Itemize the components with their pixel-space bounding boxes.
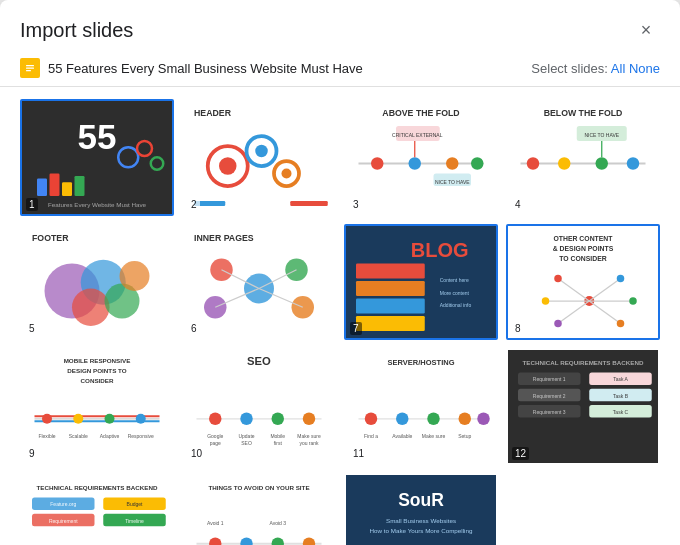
slide-item[interactable]: MOBILE RESPONSIVE DESIGN POINTS TO CONSI… <box>20 348 174 465</box>
slide-number: 3 <box>350 198 362 211</box>
svg-point-100 <box>136 414 146 424</box>
svg-text:55: 55 <box>78 117 117 156</box>
slide-thumbnail: INNER PAGES <box>184 226 334 339</box>
slide-item[interactable]: TECHNICAL REQUIREMENTS BACKEND Feature.o… <box>20 473 174 546</box>
svg-text:Avoid 1: Avoid 1 <box>207 520 224 526</box>
slide-item[interactable]: 55 Features Every Website Must Have 1 <box>20 99 174 216</box>
svg-text:Update: Update <box>238 433 254 439</box>
slide-thumbnail: THINGS TO AVOID ON YOUR SITE Avoid 1 Avo… <box>184 475 334 546</box>
slide-number: 12 <box>512 447 529 460</box>
svg-text:Make sure: Make sure <box>422 433 446 439</box>
svg-text:TECHNICAL REQUIREMENTS BACKEND: TECHNICAL REQUIREMENTS BACKEND <box>522 359 644 366</box>
svg-point-39 <box>527 157 540 170</box>
svg-text:More content: More content <box>440 289 470 295</box>
slide-thumbnail: SouR Small Business Websites How to Make… <box>346 475 496 546</box>
svg-point-87 <box>554 319 562 327</box>
select-all-link[interactable]: All <box>611 61 625 76</box>
slides-grid: 55 Features Every Website Must Have 1 <box>20 91 660 545</box>
slide-item[interactable]: TECHNICAL REQUIREMENTS BACKEND Requireme… <box>506 348 660 465</box>
svg-point-30 <box>471 157 484 170</box>
svg-text:SEO: SEO <box>241 440 252 446</box>
svg-point-110 <box>272 413 285 426</box>
slide-item[interactable]: ABOVE THE FOLD CRITICAL EXTERNAL NICE TO… <box>344 99 498 216</box>
svg-text:MOBILE RESPONSIVE: MOBILE RESPONSIVE <box>64 357 131 364</box>
slide-item[interactable]: SEO Google page Update SEO Mobile first … <box>182 348 336 465</box>
slide-item[interactable]: OTHER CONTENT & DESIGN POINTS TO CONSIDE… <box>506 224 660 341</box>
svg-point-86 <box>617 319 625 327</box>
svg-text:Requirement 2: Requirement 2 <box>533 393 566 399</box>
file-bar: 55 Features Every Small Business Website… <box>0 54 680 86</box>
svg-point-111 <box>303 413 316 426</box>
slide-item[interactable]: FOOTER 5 <box>20 224 174 341</box>
svg-point-89 <box>554 274 562 282</box>
slide-number: 1 <box>26 198 38 211</box>
svg-point-17 <box>219 157 237 175</box>
slides-grid-container[interactable]: 55 Features Every Website Must Have 1 <box>0 86 680 545</box>
svg-text:DESIGN POINTS TO: DESIGN POINTS TO <box>67 367 126 374</box>
svg-point-126 <box>459 413 472 426</box>
svg-point-85 <box>629 297 637 305</box>
file-icon <box>20 58 40 78</box>
svg-point-88 <box>542 297 550 305</box>
slide-item[interactable]: INNER PAGES 6 <box>182 224 336 341</box>
svg-rect-8 <box>62 182 72 196</box>
svg-text:& DESIGN POINTS: & DESIGN POINTS <box>553 245 614 252</box>
svg-text:THINGS TO AVOID ON YOUR SITE: THINGS TO AVOID ON YOUR SITE <box>208 484 309 491</box>
slide-number: 11 <box>350 447 367 460</box>
slide-number: 7 <box>350 322 362 335</box>
close-button[interactable]: × <box>632 16 660 44</box>
svg-rect-9 <box>75 176 85 196</box>
svg-text:Find a: Find a <box>364 433 378 439</box>
svg-point-21 <box>282 169 292 179</box>
slide-item[interactable]: BELOW THE FOLD NICE TO HAVE 4 <box>506 99 660 216</box>
import-slides-dialog: Import slides × 55 Features Every Small … <box>0 0 680 545</box>
svg-text:TO CONSIDER: TO CONSIDER <box>559 255 607 262</box>
svg-text:NICE TO HAVE: NICE TO HAVE <box>584 132 619 138</box>
slide-item[interactable]: SouR Small Business Websites How to Make… <box>344 473 498 546</box>
svg-point-123 <box>365 413 378 426</box>
svg-text:Task C: Task C <box>613 409 629 415</box>
svg-text:Task B: Task B <box>613 393 629 399</box>
svg-text:How to Make Yours More Compell: How to Make Yours More Compelling <box>370 526 473 533</box>
svg-point-40 <box>558 157 571 170</box>
svg-text:NICE TO HAVE: NICE TO HAVE <box>435 179 470 185</box>
svg-text:TECHNICAL REQUIREMENTS BACKEND: TECHNICAL REQUIREMENTS BACKEND <box>36 484 158 491</box>
select-slides-control: Select slides: All None <box>531 61 660 76</box>
slide-thumbnail: ABOVE THE FOLD CRITICAL EXTERNAL NICE TO… <box>346 101 496 214</box>
svg-point-29 <box>446 157 459 170</box>
svg-text:Make sure: Make sure <box>297 433 321 439</box>
svg-text:Timeline: Timeline <box>125 517 144 523</box>
dialog-header: Import slides × <box>0 0 680 54</box>
svg-text:Mobile: Mobile <box>270 433 285 439</box>
svg-text:Task A: Task A <box>613 376 628 382</box>
svg-text:OTHER CONTENT: OTHER CONTENT <box>553 235 613 242</box>
svg-text:CONSIDER: CONSIDER <box>81 377 114 384</box>
slide-number: 5 <box>26 322 38 335</box>
svg-text:Additional info: Additional info <box>440 302 472 308</box>
slide-thumbnail: 55 Features Every Website Must Have <box>22 101 172 214</box>
svg-point-50 <box>72 288 110 326</box>
slide-item[interactable]: BLOG Content here More content Additiona… <box>344 224 498 341</box>
svg-text:Content here: Content here <box>440 277 469 283</box>
svg-text:Requirement 1: Requirement 1 <box>533 376 566 382</box>
slide-item[interactable]: THINGS TO AVOID ON YOUR SITE Avoid 1 Avo… <box>182 473 336 546</box>
slide-thumbnail: HEADER <box>184 101 334 214</box>
slide-item[interactable]: SERVER/HOSTING Find a Available Make sur… <box>344 348 498 465</box>
svg-text:INNER PAGES: INNER PAGES <box>194 233 254 243</box>
svg-text:Available: Available <box>392 433 412 439</box>
slide-item[interactable]: HEADER 2 <box>182 99 336 216</box>
svg-point-84 <box>617 274 625 282</box>
slide-number: 9 <box>26 447 38 460</box>
select-none-link[interactable]: None <box>629 61 660 76</box>
svg-point-124 <box>396 413 409 426</box>
slide-thumbnail: BLOG Content here More content Additiona… <box>346 226 496 339</box>
slide-number: 4 <box>512 198 524 211</box>
svg-rect-6 <box>37 179 47 197</box>
dialog-title: Import slides <box>20 19 133 42</box>
slide-number: 8 <box>512 322 524 335</box>
file-name: 55 Features Every Small Business Website… <box>48 61 363 76</box>
svg-text:Avoid 3: Avoid 3 <box>269 520 286 526</box>
svg-text:Requirement: Requirement <box>49 517 78 523</box>
svg-point-41 <box>596 157 609 170</box>
svg-text:FOOTER: FOOTER <box>32 233 69 243</box>
